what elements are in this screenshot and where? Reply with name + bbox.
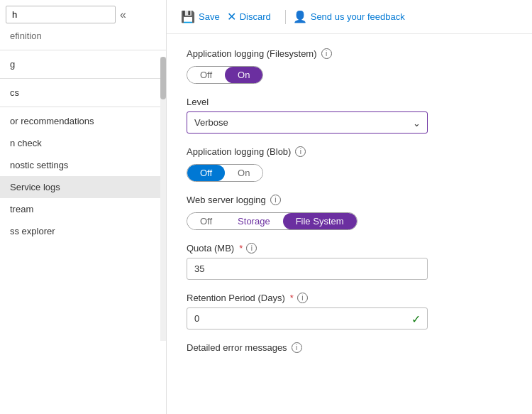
quota-required-star: * <box>239 243 243 254</box>
sidebar-item-diagnostic[interactable]: nostic settings <box>0 154 166 176</box>
sidebar-scrollbar[interactable] <box>160 57 166 341</box>
retention-input[interactable] <box>187 307 428 329</box>
retention-required-star: * <box>290 293 294 303</box>
app-logging-blob-off-option[interactable]: Off <box>187 165 225 181</box>
level-label: Level <box>187 97 512 107</box>
app-logging-filesystem-on-option[interactable]: On <box>225 67 262 83</box>
sidebar-item-explorer[interactable]: ss explorer <box>0 220 166 242</box>
retention-input-wrapper: ✓ <box>187 307 428 329</box>
discard-icon: ✕ <box>227 10 236 23</box>
web-server-logging-info-icon[interactable]: i <box>270 195 281 205</box>
divider <box>0 50 166 50</box>
app-logging-blob-section: Application logging (Blob) i <box>187 146 512 157</box>
app-logging-filesystem-off-option[interactable]: Off <box>187 67 225 83</box>
web-server-filesys-option[interactable]: File System <box>283 213 357 229</box>
retention-label-row: Retention Period (Days) * i <box>187 293 512 303</box>
app-logging-filesystem-toggle: Off On <box>187 66 263 84</box>
quota-group: Quota (MB) * i <box>187 243 512 280</box>
search-input[interactable] <box>6 6 116 23</box>
sidebar-search-area: « <box>6 6 159 23</box>
divider <box>0 78 166 79</box>
sidebar-item-service-logs[interactable]: Service logs <box>0 176 166 198</box>
feedback-button[interactable]: 👤 Send us your feedback <box>293 7 412 26</box>
level-group: Level Verbose Off Error Warning Informat… <box>187 97 512 134</box>
detailed-errors-info-icon[interactable]: i <box>292 342 302 353</box>
retention-label: Retention Period (Days) <box>187 293 285 303</box>
save-icon: 💾 <box>181 10 195 23</box>
web-server-storage-option[interactable]: Storage <box>225 213 283 229</box>
sidebar-item-stream[interactable]: tream <box>0 198 166 220</box>
sidebar-item-partial-definition: efinition <box>0 28 166 47</box>
app-logging-blob-info-icon[interactable]: i <box>295 146 306 157</box>
level-select[interactable]: Verbose Off Error Warning Information <box>187 111 428 134</box>
sidebar: « efinition g cs or recommendations n ch… <box>0 0 167 414</box>
quota-label: Quota (MB) <box>187 243 234 254</box>
sidebar-item-recommendations[interactable]: or recommendations <box>0 110 166 132</box>
divider <box>0 107 166 107</box>
detailed-errors-section: Detailed error messages i <box>187 342 512 353</box>
retention-valid-icon: ✓ <box>411 312 421 325</box>
quota-label-row: Quota (MB) * i <box>187 243 512 254</box>
app-logging-blob-on-option[interactable]: On <box>225 165 262 181</box>
settings-content: Application logging (Filesystem) i Off O… <box>167 34 532 414</box>
main-content: 💾 Save ✕ Discard 👤 Send us your feedback… <box>167 0 532 414</box>
app-logging-blob-toggle: Off On <box>187 164 263 182</box>
retention-group: Retention Period (Days) * i ✓ <box>187 293 512 329</box>
quota-info-icon[interactable]: i <box>246 243 257 254</box>
app-logging-filesystem-info-icon[interactable]: i <box>321 48 332 59</box>
sidebar-scrollthumb[interactable] <box>160 57 166 99</box>
collapse-sidebar-button[interactable]: « <box>120 9 126 21</box>
sidebar-item-g[interactable]: g <box>0 53 166 75</box>
sidebar-nav: efinition g cs or recommendations n chec… <box>0 28 166 414</box>
toolbar: 💾 Save ✕ Discard 👤 Send us your feedback <box>167 0 532 34</box>
sidebar-item-check[interactable]: n check <box>0 132 166 154</box>
web-server-logging-toggle: Off Storage File System <box>187 212 358 230</box>
feedback-icon: 👤 <box>293 10 307 23</box>
app-logging-filesystem-section: Application logging (Filesystem) i <box>187 48 512 59</box>
sidebar-item-cs[interactable]: cs <box>0 82 166 104</box>
level-select-wrapper: Verbose Off Error Warning Information ⌄ <box>187 111 428 134</box>
web-server-off-option[interactable]: Off <box>187 213 225 229</box>
save-button[interactable]: 💾 Save <box>181 7 227 26</box>
discard-button[interactable]: ✕ Discard <box>227 7 278 26</box>
web-server-logging-section: Web server logging i <box>187 195 512 205</box>
retention-info-icon[interactable]: i <box>297 293 308 303</box>
toolbar-separator <box>285 10 286 24</box>
quota-input[interactable] <box>187 258 428 280</box>
